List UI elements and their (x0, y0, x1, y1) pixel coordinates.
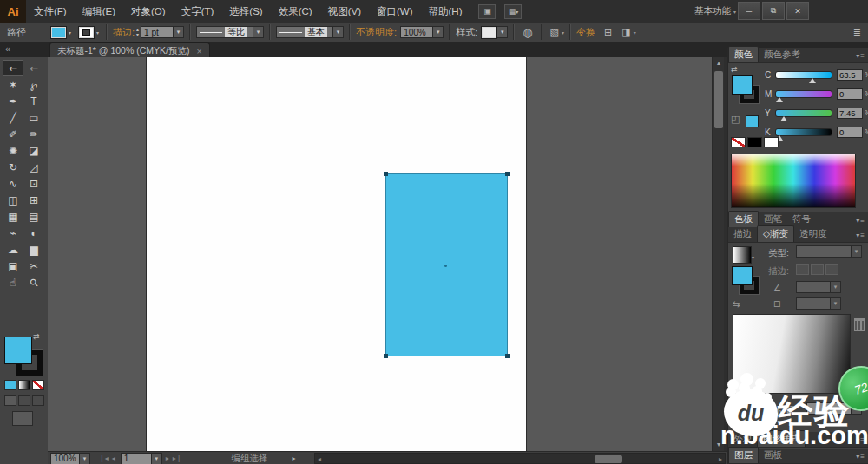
panel-menu-icon[interactable]: ▾≡ (856, 217, 868, 227)
anchor-bottom-right[interactable] (505, 354, 510, 358)
line-segment-tool[interactable]: ╱ (3, 109, 23, 126)
artboard[interactable] (146, 57, 527, 451)
gradient-type-field[interactable] (796, 245, 852, 258)
draw-inside-icon[interactable] (32, 395, 44, 406)
anchor-top-left[interactable] (384, 172, 388, 176)
document-tab[interactable]: 未标题-1* @ 100% (CMYK/预览) × (49, 42, 210, 58)
next-artboard-icon[interactable]: ▸ (166, 454, 169, 462)
control-panel-menu-icon[interactable]: ≣ (853, 27, 861, 38)
yellow-slider-thumb[interactable] (780, 116, 787, 121)
chevron-down-icon[interactable]: ▾ (634, 29, 636, 36)
fill-proxy[interactable] (4, 337, 32, 364)
magenta-slider[interactable] (775, 90, 832, 98)
selected-rectangle[interactable] (385, 173, 508, 356)
vertical-scroll-thumb[interactable] (714, 71, 723, 128)
stroke-color-swatch[interactable] (78, 26, 95, 39)
black-slider[interactable] (775, 128, 832, 136)
draw-normal-icon[interactable] (4, 395, 16, 406)
cyan-slider-thumb[interactable] (809, 78, 816, 83)
restore-button[interactable]: ⧉ (762, 2, 785, 20)
menu-effect[interactable]: 效果(C) (271, 0, 320, 23)
tab-color[interactable]: 颜色 (728, 46, 759, 62)
document-setup-globe-icon[interactable]: ◍ (523, 26, 532, 39)
none-swatch[interactable] (731, 137, 746, 147)
scroll-left-icon[interactable]: ◂ (318, 455, 321, 463)
vertical-scrollbar[interactable]: ▴ ▾ (712, 57, 725, 451)
stroke-across-icon[interactable] (825, 264, 838, 275)
bridge-icon[interactable]: ▣ (478, 4, 496, 19)
tab-transparency[interactable]: 透明度 (794, 226, 832, 242)
stroke-weight-dropdown[interactable]: ▾ (174, 26, 184, 38)
brush-definition-dropdown[interactable]: ▾ (333, 26, 344, 38)
chevron-down-icon[interactable]: ▾ (562, 29, 564, 36)
zoom-tool[interactable]: ⚲ (23, 274, 44, 291)
panel-menu-icon[interactable]: ▾≡ (856, 52, 868, 62)
fill-color-swatch[interactable] (50, 26, 67, 39)
magenta-value-field[interactable]: 0 (837, 88, 863, 100)
pencil-tool[interactable]: ✏ (23, 126, 44, 142)
anchor-top-right[interactable] (505, 172, 510, 176)
magenta-slider-thumb[interactable] (776, 97, 783, 102)
artboard-tool[interactable]: ▣ (3, 258, 23, 274)
transform-link[interactable]: 变换 (576, 26, 595, 39)
free-transform-tool[interactable]: ⊡ (23, 175, 44, 192)
gradient-aspect-field[interactable] (796, 297, 831, 310)
white-swatch[interactable] (764, 137, 779, 147)
artboard-number-dropdown[interactable]: ▾ (152, 453, 162, 464)
gradient-type-dropdown[interactable]: ▾ (852, 245, 862, 258)
yellow-slider[interactable] (775, 109, 832, 117)
reverse-gradient-icon[interactable]: ⇆ (733, 299, 740, 309)
chevron-down-icon[interactable]: ▾ (69, 29, 71, 36)
menu-file[interactable]: 文件(F) (26, 0, 75, 23)
swap-colors-icon[interactable]: ⇄ (731, 65, 738, 74)
close-button[interactable]: ✕ (786, 2, 809, 20)
hand-tool[interactable]: ☝ (3, 274, 23, 291)
magic-wand-tool[interactable]: ✶ (3, 76, 23, 93)
gradient-fill-proxy[interactable] (732, 266, 753, 285)
close-tab-icon[interactable]: × (196, 46, 201, 56)
lasso-tool[interactable]: ℘ (23, 76, 44, 93)
opacity-dropdown[interactable]: ▾ (433, 26, 444, 38)
tab-stroke[interactable]: 描边 (728, 226, 757, 242)
canvas-pasteboard[interactable] (48, 57, 712, 451)
stroke-within-icon[interactable] (796, 264, 809, 275)
yellow-value-field[interactable]: 7.45 (837, 108, 863, 119)
gradient-aspect-dropdown[interactable]: ▾ (831, 297, 841, 310)
scale-tool[interactable]: ◿ (23, 159, 44, 175)
selection-tool[interactable]: ↖ (3, 60, 23, 76)
gradient-angle-field[interactable] (796, 281, 831, 293)
delete-stop-trash-icon[interactable] (854, 318, 865, 331)
color-spectrum[interactable] (731, 154, 856, 208)
tab-swatches[interactable]: 色板 (728, 211, 759, 227)
collapse-toolbar-icon[interactable]: « (5, 43, 10, 54)
symbol-sprayer-tool[interactable]: ☁ (3, 241, 23, 258)
opacity-label[interactable]: 不透明度: (356, 26, 397, 39)
chevron-down-icon[interactable]: ▾ (96, 29, 99, 36)
opacity-field[interactable]: 100% (400, 26, 433, 38)
menu-type[interactable]: 文字(T) (174, 0, 222, 23)
rectangle-tool[interactable]: ▭ (23, 109, 44, 126)
cyan-value-field[interactable]: 63.5 (837, 69, 863, 81)
swap-fill-stroke-icon[interactable]: ⇄ (33, 332, 40, 341)
direct-selection-tool[interactable]: ↖ (23, 60, 44, 76)
scroll-right-icon[interactable]: ▸ (719, 455, 722, 463)
horizontal-scroll-thumb[interactable] (595, 455, 622, 463)
gradient-button[interactable] (18, 380, 30, 390)
out-of-gamut-cube-icon[interactable]: ◰ (731, 114, 740, 125)
none-button[interactable] (32, 380, 44, 390)
black-value-field[interactable]: 0 (837, 127, 863, 138)
align-icon[interactable]: ⊞ (604, 27, 612, 38)
cyan-slider[interactable] (775, 71, 832, 79)
minimize-button[interactable]: ─ (738, 2, 760, 20)
width-tool[interactable]: ∿ (3, 175, 23, 192)
anchor-bottom-left[interactable] (384, 354, 388, 358)
eyedropper-tool[interactable]: ⌁ (3, 225, 23, 241)
screen-mode-button[interactable] (12, 411, 33, 426)
column-graph-tool[interactable]: ▆ (23, 241, 44, 258)
black-swatch[interactable] (747, 137, 762, 147)
tab-color-guide[interactable]: 颜色参考 (759, 47, 806, 62)
menu-object[interactable]: 对象(O) (123, 0, 174, 23)
menu-view[interactable]: 视图(V) (320, 0, 369, 23)
rotate-tool[interactable]: ↻ (3, 159, 23, 175)
artboard-number-field[interactable]: 1 (121, 453, 152, 464)
